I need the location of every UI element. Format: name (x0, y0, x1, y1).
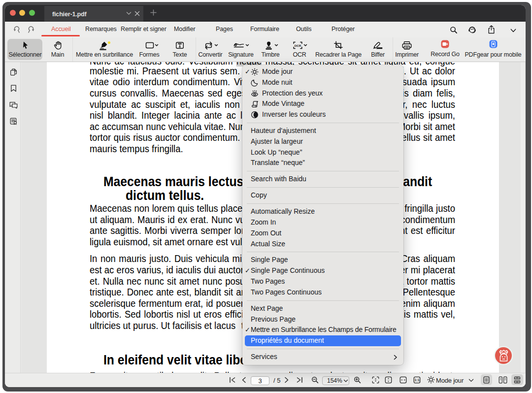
svg-text:1:1: 1:1 (415, 378, 420, 382)
svg-text:OCR: OCR (294, 44, 301, 47)
